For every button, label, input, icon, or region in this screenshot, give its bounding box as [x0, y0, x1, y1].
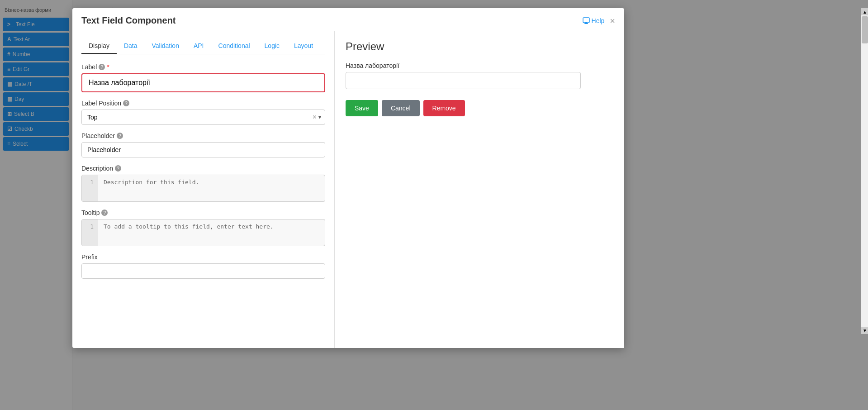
tab-logic[interactable]: Logic [257, 38, 287, 54]
preview-panel: Preview Назва лабораторії Save Cancel Re… [335, 31, 624, 348]
description-help-icon: ? [115, 165, 121, 172]
remove-button[interactable]: Remove [423, 100, 465, 116]
preview-field-input[interactable] [346, 72, 581, 89]
prefix-input[interactable] [81, 263, 325, 279]
modal-body: Display Data Validation API Conditional … [72, 31, 624, 348]
description-label: Description ? [81, 165, 325, 172]
tooltip-content[interactable]: To add a tooltip to this field, enter te… [98, 219, 325, 246]
description-line-num: 1 [82, 175, 98, 201]
tooltip-line-num: 1 [82, 219, 98, 246]
label-position-select-wrapper: Top Left Right Bottom × ▾ [81, 110, 325, 125]
label-help-icon: ? [99, 64, 105, 70]
placeholder-label: Placeholder ? [81, 132, 325, 139]
tab-data[interactable]: Data [117, 38, 145, 54]
modal-header: Text Field Component Help × [72, 8, 624, 31]
scrollbar-down-arrow[interactable]: ▼ [861, 327, 868, 334]
modal-scrollbar: ▲ ▼ [861, 8, 868, 334]
placeholder-field-group: Placeholder ? [81, 132, 325, 157]
label-position-label: Label Position ? [81, 100, 325, 107]
tab-conditional[interactable]: Conditional [211, 38, 257, 54]
select-arrow-icon: ▾ [318, 114, 321, 120]
tooltip-text: Tooltip [81, 209, 100, 216]
label-field-label: Label ? * [81, 63, 325, 71]
modal-dialog: Text Field Component Help × Display Data… [72, 8, 624, 348]
preview-field-label: Назва лабораторії [346, 62, 613, 69]
tooltip-code-area: 1 To add a tooltip to this field, enter … [81, 219, 325, 246]
scrollbar-track [861, 15, 868, 327]
tooltip-help-icon: ? [101, 210, 108, 216]
description-field-group: Description ? 1 Description for this fie… [81, 165, 325, 202]
label-position-help-icon: ? [123, 100, 129, 106]
help-label: Help [592, 17, 605, 24]
preview-title: Preview [346, 40, 613, 53]
prefix-text: Prefix [81, 253, 98, 261]
tab-api[interactable]: API [186, 38, 211, 54]
cancel-button[interactable]: Cancel [382, 100, 420, 116]
svg-rect-0 [583, 18, 589, 23]
description-text: Description [81, 165, 113, 172]
help-icon [583, 17, 590, 24]
label-input-wrapper [81, 73, 325, 92]
placeholder-input[interactable] [81, 142, 325, 157]
form-panel: Display Data Validation API Conditional … [72, 31, 335, 348]
label-required-marker: * [107, 63, 109, 71]
tab-display[interactable]: Display [81, 38, 117, 54]
label-text: Label [81, 63, 97, 71]
select-clear-icon[interactable]: × [311, 113, 318, 121]
description-code-area: 1 Description for this field. [81, 175, 325, 202]
help-link[interactable]: Help [583, 17, 605, 24]
placeholder-text: Placeholder [81, 132, 115, 139]
tooltip-field-group: Tooltip ? 1 To add a tooltip to this fie… [81, 209, 325, 246]
prefix-label: Prefix [81, 253, 325, 261]
svg-rect-2 [585, 22, 587, 24]
label-field-group: Label ? * [81, 63, 325, 92]
save-button[interactable]: Save [346, 100, 378, 116]
tooltip-label: Tooltip ? [81, 209, 325, 216]
modal-title: Text Field Component [81, 15, 176, 26]
scrollbar-up-arrow[interactable]: ▲ [861, 8, 868, 15]
scrollbar-thumb[interactable] [862, 16, 868, 43]
label-position-field-group: Label Position ? Top Left Right Bottom ×… [81, 100, 325, 125]
label-input[interactable] [83, 75, 323, 91]
tab-layout[interactable]: Layout [287, 38, 320, 54]
label-position-select[interactable]: Top Left Right Bottom [85, 110, 311, 124]
label-position-text: Label Position [81, 100, 121, 107]
modal-header-actions: Help × [583, 16, 615, 25]
prefix-field-group: Prefix [81, 253, 325, 279]
close-button[interactable]: × [610, 16, 615, 25]
placeholder-help-icon: ? [117, 133, 123, 139]
action-buttons: Save Cancel Remove [346, 100, 613, 116]
description-content[interactable]: Description for this field. [98, 175, 325, 201]
tabs-container: Display Data Validation API Conditional … [81, 38, 325, 54]
tab-validation[interactable]: Validation [144, 38, 186, 54]
